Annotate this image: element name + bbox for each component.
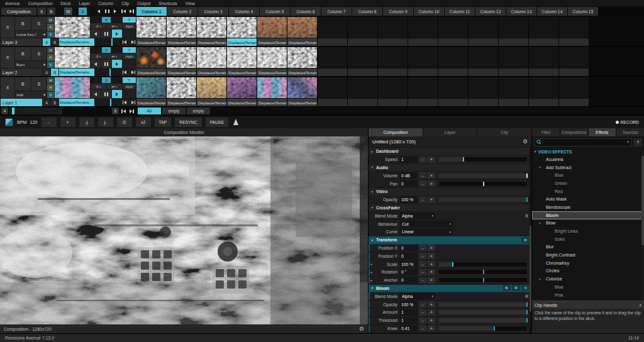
randomize-button[interactable]: R (525, 294, 528, 299)
clip-thumbnail[interactable] (136, 47, 166, 68)
active-clip-name[interactable]: DisplacedTerrains... (59, 69, 94, 76)
clip-name[interactable]: DisplacedTerrains... (167, 99, 196, 106)
decrement-button[interactable]: - (419, 253, 426, 259)
clip-name[interactable]: DisplacedTerrains... (227, 38, 257, 46)
tab-files[interactable]: Files (532, 128, 560, 136)
clip-name[interactable]: DisplacedTerrains... (136, 38, 166, 46)
increment-button[interactable]: + (428, 301, 435, 307)
param-dropdown[interactable]: Alpha▾ (400, 212, 435, 219)
column-header-9[interactable]: Column 9 (383, 7, 413, 16)
crossfader-a-assign[interactable]: A (43, 69, 50, 76)
effects-group-header[interactable]: ▾ VIDEO EFFECTS (532, 148, 644, 155)
effect-item-acuarela[interactable]: Acuarela (532, 155, 644, 163)
expand-caret-icon[interactable]: ▸ (369, 262, 375, 266)
column-header-4[interactable]: Column 4 (229, 7, 259, 16)
menu-item-clip[interactable]: Clip (121, 1, 129, 6)
decrement-button[interactable]: - (419, 325, 426, 331)
param-slider[interactable] (438, 269, 528, 275)
increment-button[interactable]: + (428, 269, 435, 275)
direction-button[interactable]: ⇄▾ (107, 53, 123, 59)
next-clip-icon[interactable] (130, 99, 137, 106)
composition-button[interactable]: Composition (1, 8, 36, 15)
increment-button[interactable]: + (428, 245, 435, 251)
menu-item-deck[interactable]: Deck (61, 1, 71, 6)
play-backward-button[interactable] (91, 30, 101, 38)
layer-close-button[interactable]: X (1, 77, 14, 98)
menu-item-layer[interactable]: Layer (79, 1, 91, 6)
crossfader-handle[interactable] (12, 108, 14, 114)
clip-thumbnail[interactable] (167, 17, 196, 38)
crossfader-b-assign[interactable]: B (51, 69, 58, 76)
clip-thumbnail[interactable] (227, 47, 257, 68)
increment-button[interactable]: + (428, 277, 435, 284)
effect-item-blur[interactable]: Blur (532, 243, 644, 251)
search-input[interactable] (543, 140, 625, 145)
param-slider[interactable] (438, 262, 528, 267)
param-value[interactable]: 0 (400, 277, 418, 284)
column-header-3[interactable]: Column 3 (198, 7, 228, 16)
pause-button[interactable] (101, 30, 111, 38)
crossfader-a-assign[interactable]: A (43, 99, 50, 106)
clip-thumbnail[interactable] (287, 47, 317, 68)
column-header-13[interactable]: Column 13 (506, 7, 536, 16)
clear-search-icon[interactable]: × (626, 140, 630, 145)
decrement-button[interactable]: - (419, 317, 426, 324)
bpm-value[interactable]: 120 (30, 119, 38, 125)
param-slider[interactable] (438, 197, 528, 202)
active-clip-name[interactable]: DisplacedTerrains... (59, 38, 94, 46)
effects-scrollbar[interactable] (641, 156, 644, 300)
clip-thumbnail[interactable] (197, 47, 226, 68)
clip-thumbnail[interactable] (287, 77, 317, 98)
param-slider[interactable] (438, 309, 528, 315)
layer-bypass-button[interactable]: B (15, 17, 31, 30)
menu-item-composition[interactable]: Composition (28, 1, 53, 6)
effect-item-solid[interactable]: Solid (532, 235, 644, 243)
increment-button[interactable]: + (428, 309, 435, 316)
section-header-video[interactable]: ▾Video (369, 188, 531, 196)
prev-clip-icon[interactable] (121, 69, 128, 76)
increment-button[interactable]: + (428, 180, 435, 187)
menu-item-shortcuts[interactable]: Shortcuts (158, 1, 177, 6)
column-header-15[interactable]: Column 15 (568, 7, 598, 16)
column-header-2[interactable]: Column 2 (167, 7, 197, 16)
pause-button[interactable] (101, 60, 111, 68)
clip-name[interactable]: DisplacedTerrains... (257, 99, 287, 106)
clip-name[interactable]: DisplacedTerrains... (287, 38, 317, 46)
header-button-x[interactable]: X (521, 285, 530, 291)
increment-button[interactable]: + (428, 325, 435, 331)
tab-clip[interactable]: Clip (477, 128, 531, 136)
clip-thumbnail[interactable] (257, 17, 287, 38)
effect-item-green[interactable]: Green (532, 179, 644, 187)
effect-item-bright-contrast[interactable]: Bright.Contrast (532, 251, 644, 259)
clip-name[interactable]: DisplacedTerrains... (136, 99, 166, 106)
clip-thumbnail[interactable] (257, 77, 287, 98)
decrement-button[interactable]: - (419, 269, 426, 275)
clip-thumbnail[interactable] (197, 17, 226, 38)
loop-mode-button[interactable]: ↺▾ (91, 53, 106, 59)
clip-thumbnail[interactable] (136, 77, 166, 98)
metronome-icon[interactable] (5, 118, 13, 126)
layer-a-toggle[interactable]: A (47, 54, 54, 60)
param-value[interactable]: 0.41 (400, 325, 418, 331)
transport-button-pause[interactable]: PAUSE (206, 118, 229, 127)
layer-name[interactable]: Layer 3 (1, 38, 42, 46)
layer-thumbnail[interactable] (55, 17, 90, 38)
play-backward-icon[interactable] (96, 8, 103, 15)
increment-button[interactable]: + (428, 261, 435, 267)
clip-name[interactable]: DisplacedTerrains... (257, 38, 287, 46)
param-value[interactable]: 0 dB (400, 172, 418, 179)
pause-button[interactable] (101, 90, 111, 98)
crossfader-track[interactable] (9, 108, 62, 114)
param-value[interactable]: 1 (400, 157, 418, 163)
layer-m-toggle[interactable]: M (47, 17, 54, 23)
prev-clip-icon[interactable] (121, 99, 128, 106)
loop-mode-button[interactable]: ↺▾ (91, 84, 106, 89)
param-slider[interactable] (438, 317, 528, 323)
increment-button[interactable]: + (428, 172, 435, 179)
play-forward-button[interactable] (112, 60, 122, 68)
next-clip-icon[interactable] (130, 69, 137, 76)
effect-item-bendoscope[interactable]: Bendoscope (532, 203, 644, 211)
increment-button[interactable]: + (428, 317, 435, 324)
deck-tab-3[interactable]: empty (187, 108, 210, 114)
layer-solo-button[interactable]: S (31, 47, 47, 60)
